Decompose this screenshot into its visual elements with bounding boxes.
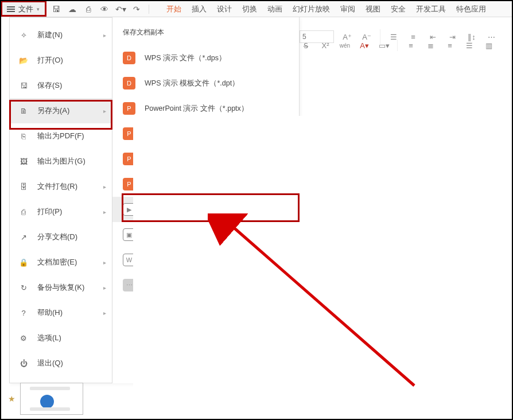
chevron-down-icon: ▾ bbox=[37, 6, 40, 12]
file-type-icon: D bbox=[123, 77, 135, 90]
separator bbox=[149, 5, 149, 14]
file-menu-item-new[interactable]: ✧新建(N)▸ bbox=[10, 22, 112, 48]
hamburger-icon bbox=[7, 6, 15, 12]
pdf-icon: ⎘ bbox=[18, 130, 29, 142]
tab-0[interactable]: 开始 bbox=[166, 4, 181, 14]
file-menu-item-options[interactable]: ⚙选项(L) bbox=[10, 325, 112, 351]
file-menu-item-label: 选项(L) bbox=[37, 333, 61, 343]
file-menu-item-label: 新建(N) bbox=[37, 30, 63, 40]
strikethrough-icon[interactable]: S̶ bbox=[300, 39, 312, 52]
file-menu-button[interactable]: 文件 ▾ bbox=[1, 1, 45, 17]
file-menu-item-package[interactable]: 🗄文件打包(R)▸ bbox=[10, 174, 112, 199]
save-as-option-label: PowerPoint 演示 文件（*.pptx） bbox=[145, 104, 248, 114]
print-icon: ⎙ bbox=[18, 206, 29, 217]
image-icon: 🖼 bbox=[18, 155, 29, 167]
redo-icon[interactable]: ↷ bbox=[130, 3, 143, 15]
save-as-option-1[interactable]: DWPS 演示 模板文件（*.dpt） bbox=[112, 71, 299, 96]
chevron-right-icon: ▸ bbox=[103, 184, 106, 190]
tab-6[interactable]: 审阅 bbox=[340, 4, 355, 14]
file-dropdown-menu: ✧新建(N)▸📂打开(O)🖫保存(S)🗎另存为(A)▸⎘输出为PDF(F)🖼输出… bbox=[9, 17, 112, 383]
file-menu-item-label: 文件打包(R) bbox=[37, 181, 77, 192]
chevron-right-icon: ▸ bbox=[103, 32, 106, 38]
file-menu-item-label: 输出为图片(G) bbox=[37, 156, 86, 166]
save-icon: 🖫 bbox=[18, 80, 29, 91]
file-menu-item-label: 退出(Q) bbox=[37, 358, 63, 368]
ribbon-tabs: 开始插入设计切换动画幻灯片放映审阅视图安全开发工具特色应用 bbox=[156, 4, 486, 14]
encrypt-icon: 🔒 bbox=[18, 256, 29, 268]
print-icon[interactable]: ⎙ bbox=[82, 3, 95, 15]
align-justify-icon[interactable]: ☰ bbox=[463, 39, 476, 52]
top-toolbar: 文件 ▾ 🖫 ☁ ⎙ 👁 ↶▾ ↷ 开始插入设计切换动画幻灯片放映审阅视图安全开… bbox=[1, 1, 512, 17]
save-as-option-label: WPS 演示 模板文件（*.dpt） bbox=[145, 79, 239, 88]
save-as-cloud-icon[interactable]: ☁ bbox=[66, 3, 79, 15]
file-menu-item-print[interactable]: ⎙打印(P)▸ bbox=[10, 199, 112, 224]
file-menu-item-label: 打开(O) bbox=[37, 55, 63, 65]
file-menu-item-label: 分享文档(D) bbox=[37, 232, 77, 242]
exit-icon: ⏻ bbox=[18, 357, 29, 369]
file-menu-item-label: 备份与恢复(K) bbox=[37, 282, 84, 293]
file-menu-item-label: 文档加密(E) bbox=[37, 257, 77, 267]
slide-canvas[interactable] bbox=[133, 116, 511, 418]
tab-10[interactable]: 特色应用 bbox=[456, 4, 486, 14]
ribbon-font-group-2: S̶ X² wén A▾ ▭▾ ≡ ≣ ≡ ☰ ▥ bbox=[300, 38, 511, 53]
file-menu-item-saveas[interactable]: 🗎另存为(A)▸ bbox=[10, 98, 112, 123]
align-left-icon[interactable]: ≡ bbox=[405, 39, 417, 52]
file-menu-item-share[interactable]: ↗分享文档(D) bbox=[10, 224, 112, 250]
file-menu-item-label: 保存(S) bbox=[37, 80, 62, 91]
package-icon: 🗄 bbox=[18, 181, 29, 192]
file-menu-item-save[interactable]: 🖫保存(S) bbox=[10, 73, 112, 98]
animation-indicator-icon: ★ bbox=[8, 394, 15, 403]
highlight-icon[interactable]: ▭▾ bbox=[378, 39, 390, 52]
superscript-icon[interactable]: X² bbox=[319, 39, 332, 52]
file-menu-item-help[interactable]: ?帮助(H)▸ bbox=[10, 300, 112, 325]
help-icon: ? bbox=[18, 307, 29, 318]
file-menu-item-pdf[interactable]: ⎘输出为PDF(F) bbox=[10, 123, 112, 149]
chevron-right-icon: ▸ bbox=[103, 259, 106, 266]
save-icon[interactable]: 🖫 bbox=[50, 3, 63, 15]
align-right-icon[interactable]: ≡ bbox=[444, 39, 456, 52]
slide-thumbnail-1[interactable] bbox=[20, 383, 83, 415]
file-menu-item-backup[interactable]: ↻备份与恢复(K)▸ bbox=[10, 275, 112, 300]
options-icon: ⚙ bbox=[18, 332, 29, 344]
file-menu-item-label: 打印(P) bbox=[37, 207, 62, 217]
backup-icon: ↻ bbox=[18, 282, 29, 293]
file-menu-item-exit[interactable]: ⏻退出(Q) bbox=[10, 351, 112, 376]
file-menu-item-open[interactable]: 📂打开(O) bbox=[10, 48, 112, 73]
tab-9[interactable]: 开发工具 bbox=[416, 4, 446, 14]
pinyin-icon[interactable]: wén bbox=[339, 39, 351, 52]
chevron-right-icon: ▸ bbox=[103, 209, 106, 215]
file-menu-item-label: 输出为PDF(F) bbox=[37, 131, 84, 141]
tab-7[interactable]: 视图 bbox=[366, 4, 380, 14]
file-type-icon: P bbox=[123, 102, 135, 115]
file-menu-label: 文件 bbox=[18, 4, 33, 14]
print-preview-icon[interactable]: 👁 bbox=[98, 3, 111, 15]
slide-thumbnail-strip: ★ bbox=[8, 382, 108, 415]
saveas-icon: 🗎 bbox=[18, 105, 29, 116]
undo-icon[interactable]: ↶▾ bbox=[114, 3, 127, 15]
tab-5[interactable]: 幻灯片放映 bbox=[293, 4, 330, 14]
tab-1[interactable]: 插入 bbox=[192, 4, 207, 14]
file-menu-item-encrypt[interactable]: 🔒文档加密(E)▸ bbox=[10, 250, 112, 275]
tab-8[interactable]: 安全 bbox=[391, 4, 406, 14]
submenu-title: 保存文档副本 bbox=[112, 24, 299, 45]
quick-access-toolbar: 🖫 ☁ ⎙ 👁 ↶▾ ↷ bbox=[45, 1, 156, 17]
file-menu-item-label: 另存为(A) bbox=[37, 106, 69, 116]
tab-3[interactable]: 切换 bbox=[242, 4, 257, 14]
chevron-right-icon: ▸ bbox=[103, 108, 106, 114]
file-menu-item-image[interactable]: 🖼输出为图片(G) bbox=[10, 149, 112, 174]
file-type-icon: D bbox=[123, 52, 135, 64]
save-as-option-0[interactable]: DWPS 演示 文件（*.dps） bbox=[112, 45, 299, 71]
new-icon: ✧ bbox=[18, 29, 29, 41]
file-menu-item-label: 帮助(H) bbox=[37, 308, 63, 318]
share-icon: ↗ bbox=[18, 231, 29, 243]
open-icon: 📂 bbox=[18, 55, 29, 66]
align-center-icon[interactable]: ≣ bbox=[424, 39, 437, 52]
save-as-option-label: WPS 演示 文件（*.dps） bbox=[145, 53, 226, 63]
columns-icon[interactable]: ▥ bbox=[483, 39, 495, 52]
font-color-icon[interactable]: A▾ bbox=[358, 39, 371, 52]
chevron-right-icon: ▸ bbox=[103, 285, 106, 291]
tab-2[interactable]: 设计 bbox=[217, 4, 232, 14]
tab-4[interactable]: 动画 bbox=[267, 4, 282, 14]
chevron-right-icon: ▸ bbox=[103, 310, 106, 316]
